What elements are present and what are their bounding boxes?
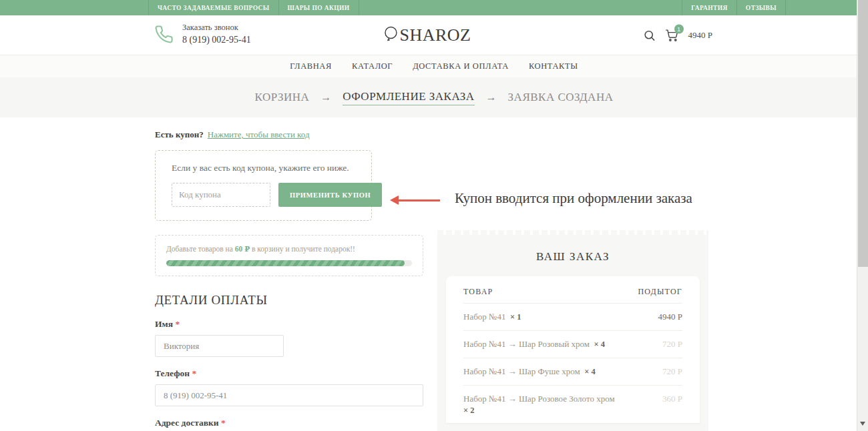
checkout-steps: КОРЗИНА → ОФОРМЛЕНИЕ ЗАКАЗА → ЗАЯВКА СОЗ… [0,77,868,117]
phone-field[interactable] [155,384,423,406]
field-label-name: Имя * [155,319,423,330]
item-qty: × 4 [584,367,596,376]
balloon-icon [383,25,399,45]
header-phone-number: 8 (919) 002-95-41 [182,35,251,45]
order-item-row: Набор №41 → Шар Розовый хром × 4 720 Р [463,331,682,358]
logo-text: SHAROZ [399,25,471,45]
order-item-row: Набор №41 → Шар Розовое Золото хром × 2 … [463,386,682,423]
nav-item-contacts[interactable]: КОНТАКТЫ [529,61,578,71]
topbar-right-links: ГАРАНТИЯ ОТЗЫВЫ [682,0,786,15]
gift-progress-bar [166,260,412,266]
item-price: 4940 Р [658,311,682,323]
required-mark: * [192,368,196,378]
coupon-toggle-line: Есть купон?Нажмите, чтобы ввести код [155,129,423,140]
annotation-arrow-icon [399,199,440,201]
topbar: ЧАСТО ЗАДАВАЕМЫЕ ВОПРОСЫ ШАРЫ ПО АКЦИИ Г… [0,0,868,15]
order-item-row: Набор №41 → Шар Фуше хром × 4 720 Р [463,358,682,386]
topbar-left-links: ЧАСТО ЗАДАВАЕМЫЕ ВОПРОСЫ ШАРЫ ПО АКЦИИ [148,0,359,15]
search-icon[interactable] [643,29,656,41]
callback-label: Заказать звонок [182,23,251,33]
topbar-link-reviews[interactable]: ОТЗЫВЫ [736,0,786,15]
checkout-left-column: Есть купон?Нажмите, чтобы ввести код Есл… [155,117,423,431]
item-price: 720 Р [662,366,682,378]
callback-block[interactable]: Заказать звонок 8 (919) 002-95-41 [154,23,251,45]
field-label-address: Адрес доставки * [155,418,423,428]
nav-item-catalog[interactable]: КАТАЛОГ [352,61,393,71]
phone-icon [154,25,174,44]
item-qty: × 4 [594,340,606,349]
item-qty: × 1 [510,312,521,322]
order-summary-panel: ВАШ ЗАКАЗ ТОВАР ПОДЫТОГ Набор №41 × 1 49… [437,230,708,431]
order-summary-title: ВАШ ЗАКАЗ [437,235,708,276]
scrollbar-thumb[interactable] [858,0,868,267]
nav-item-delivery[interactable]: ДОСТАВКА И ОПЛАТА [413,61,509,71]
apply-coupon-button[interactable]: ПРИМЕНИТЬ КУПОН [278,183,382,207]
cart-count-badge: 1 [674,24,684,33]
coupon-form: Если у вас есть код купона, укажите его … [155,150,372,221]
topbar-link-faq[interactable]: ЧАСТО ЗАДАВАЕМЫЕ ВОПРОСЫ [148,0,278,15]
gift-progress-text: Добавьте товаров на 60 ₽ в корзину и пол… [166,244,412,254]
topbar-link-promo-balloons[interactable]: ШАРЫ ПО АКЦИИ [278,0,359,15]
billing-details-title: ДЕТАЛИ ОПЛАТЫ [155,293,423,308]
step-cart[interactable]: КОРЗИНА [255,91,310,104]
header: Заказать звонок 8 (919) 002-95-41 SHAROZ… [0,15,868,55]
col-subtotal: ПОДЫТОГ [638,287,682,297]
step-arrow-icon: → [320,91,331,103]
item-price: 360 Р [662,393,682,416]
main-content: Есть купон?Нажмите, чтобы ввести код Есл… [0,117,868,431]
coupon-code-input[interactable] [172,183,270,207]
coupon-toggle-link[interactable]: Нажмите, чтобы ввести код [208,129,310,139]
gift-progress-amount: 60 ₽ [235,245,250,253]
step-arrow-icon: → [486,91,497,103]
main-nav: ГЛАВНАЯ КАТАЛОГ ДОСТАВКА И ОПЛАТА КОНТАК… [0,55,868,77]
coupon-question: Есть купон? [155,129,204,139]
nav-item-home[interactable]: ГЛАВНАЯ [290,61,332,71]
step-order-created: ЗАЯВКА СОЗДАНА [508,91,614,104]
order-summary-card: ТОВАР ПОДЫТОГ Набор №41 × 1 4940 Р Набор… [446,276,700,423]
col-product: ТОВАР [463,287,493,297]
annotation-text: Купон вводится при оформлении заказа [455,190,692,207]
cart-button[interactable]: 1 [665,28,679,42]
order-item-row: Набор №41 × 1 4940 Р [463,304,682,331]
gift-progress-box: Добавьте товаров на 60 ₽ в корзину и пол… [155,235,423,276]
scrollbar-down-arrow-icon[interactable] [860,422,865,428]
item-price: 720 Р [662,338,682,350]
required-mark: * [175,319,180,329]
order-table-header: ТОВАР ПОДЫТОГ [463,276,682,304]
required-mark: * [221,418,226,428]
item-qty: × 2 [463,406,475,415]
page-scrollbar[interactable] [857,0,868,431]
logo[interactable]: SHAROZ [383,25,471,45]
coupon-hint: Если у вас есть код купона, укажите его … [172,163,355,173]
field-label-phone: Телефон * [155,368,423,379]
topbar-link-warranty[interactable]: ГАРАНТИЯ [682,0,736,15]
cart-total: 4940 Р [688,30,712,41]
header-actions: 1 4940 Р [643,28,712,42]
name-field[interactable] [155,335,284,357]
step-checkout-current[interactable]: ОФОРМЛЕНИЕ ЗАКАЗА [343,90,474,105]
gift-progress-fill [166,260,405,266]
scallop-edge [437,230,708,235]
